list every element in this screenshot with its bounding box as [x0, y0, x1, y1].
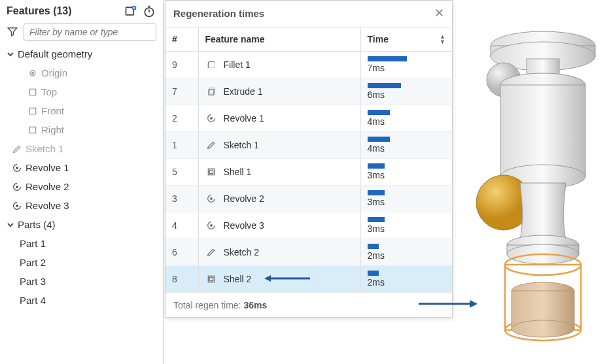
svg-rect-6: [29, 108, 35, 114]
regen-row[interactable]: 3 Revolve 2 3ms: [165, 186, 452, 212]
feature-item[interactable]: Revolve 1: [4, 158, 162, 177]
col-header-time[interactable]: Time ▲▼: [360, 27, 452, 52]
regen-row-time: 3ms: [360, 186, 452, 212]
svg-point-39: [512, 320, 574, 337]
svg-point-2: [145, 8, 153, 16]
part-item-label: Part 2: [20, 257, 46, 268]
svg-marker-41: [470, 300, 478, 308]
part-item[interactable]: Part 2: [4, 253, 162, 272]
time-bar: [368, 110, 390, 115]
time-label: 7ms: [368, 63, 385, 73]
add-feature-icon[interactable]: [124, 4, 138, 18]
feature-tree[interactable]: Default geometry OriginTopFrontRight Ske…: [0, 44, 163, 364]
geometry-child-label: Right: [41, 124, 64, 135]
part-item-label: Part 3: [20, 276, 46, 287]
caret-down-icon: [7, 50, 14, 58]
feature-item[interactable]: Revolve 3: [4, 196, 162, 215]
regen-row-time: 4ms: [360, 132, 452, 159]
regen-row-number: 2: [165, 105, 198, 132]
filter-icon[interactable]: [7, 25, 20, 39]
close-icon[interactable]: ✕: [434, 6, 444, 20]
tree-group-parts[interactable]: Parts (4): [4, 215, 162, 234]
feature-item[interactable]: Revolve 2: [4, 177, 162, 196]
filter-input[interactable]: [24, 24, 156, 41]
regen-row-name: Sketch 2: [224, 247, 259, 257]
time-label: 3ms: [368, 170, 385, 180]
regen-row[interactable]: 7 Extrude 1 6ms: [165, 78, 452, 105]
time-bar: [368, 137, 390, 142]
part-item[interactable]: Part 1: [4, 234, 162, 253]
geometry-child[interactable]: Front: [4, 101, 162, 120]
regen-row[interactable]: 9 Fillet 1 7ms: [165, 52, 452, 78]
regen-row-name: Shell 1: [224, 167, 252, 177]
time-bar: [368, 244, 379, 249]
stopwatch-icon[interactable]: [142, 4, 156, 18]
dialog-footer: Total regen time: 36ms: [165, 293, 452, 317]
regen-row-number: 5: [165, 159, 198, 186]
time-bar: [368, 217, 385, 222]
regen-row[interactable]: 6 Sketch 2 2ms: [165, 239, 452, 266]
regen-row-number: 1: [165, 132, 198, 159]
regen-row-name: Sketch 1: [224, 140, 259, 150]
regen-row-number: 3: [165, 186, 198, 212]
svg-point-13: [210, 118, 212, 120]
svg-point-16: [210, 198, 212, 200]
geometry-child[interactable]: Origin: [4, 63, 162, 82]
col-header-time-label: Time: [368, 34, 389, 44]
feature-item-label: Revolve 3: [26, 200, 69, 211]
dialog-title: Regeneration times: [173, 8, 434, 19]
geometry-child[interactable]: Top: [4, 82, 162, 101]
tree-group-default-geometry[interactable]: Default geometry: [4, 44, 162, 63]
pencil-icon: [205, 246, 217, 258]
regen-row-name: Fillet 1: [224, 59, 251, 70]
geometry-child-label: Origin: [41, 67, 67, 78]
part-item[interactable]: Part 4: [4, 291, 162, 310]
time-bar: [368, 163, 385, 169]
caret-down-icon: [7, 221, 14, 229]
plane-icon: [27, 87, 38, 97]
pencil-icon: [12, 144, 22, 154]
time-label: 6ms: [368, 90, 385, 100]
annotation-arrow-row: [264, 274, 310, 284]
regen-row-feature: Revolve 3: [198, 212, 360, 239]
dialog-header: Regeneration times ✕: [165, 1, 452, 27]
col-header-feature-name[interactable]: Feature name: [198, 27, 360, 52]
regen-row[interactable]: 4 Revolve 3 3ms: [165, 212, 452, 239]
regen-row-feature: Shell 2: [198, 266, 360, 293]
feature-item-label: Sketch 1: [26, 143, 63, 154]
sidebar-title: Features (13): [7, 5, 120, 17]
regeneration-times-dialog: Regeneration times ✕ # Feature name Time…: [165, 0, 453, 318]
geometry-child[interactable]: Right: [4, 120, 162, 139]
3d-viewport[interactable]: [458, 20, 602, 353]
svg-rect-19: [209, 277, 213, 280]
footer-total: 36ms: [243, 300, 267, 310]
revolve-icon: [205, 220, 217, 231]
regen-row-feature: Sketch 1: [198, 132, 360, 159]
revolve-icon: [12, 182, 22, 192]
regen-row-name: Shell 2: [224, 274, 252, 284]
part-item[interactable]: Part 3: [4, 272, 162, 291]
regen-row[interactable]: 2 Revolve 1 4ms: [165, 105, 452, 132]
svg-marker-21: [264, 275, 271, 282]
regen-row-feature: Extrude 1: [198, 78, 360, 105]
time-label: 4ms: [368, 143, 385, 154]
shell-icon: [205, 166, 217, 178]
regen-row-name: Extrude 1: [224, 86, 263, 97]
feature-item-label: Revolve 1: [26, 162, 69, 173]
regen-row-name: Revolve 3: [224, 220, 264, 231]
regen-row-feature: Revolve 2: [198, 186, 360, 212]
regen-row-feature: Revolve 1: [198, 105, 360, 132]
regen-row-number: 7: [165, 78, 198, 105]
time-bar: [368, 56, 407, 61]
sort-icon[interactable]: ▲▼: [440, 35, 445, 44]
part-item-label: Part 1: [20, 238, 46, 249]
regen-row[interactable]: 1 Sketch 1 4ms: [165, 132, 452, 159]
plane-icon: [27, 125, 38, 135]
regen-row-name: Revolve 1: [224, 113, 264, 124]
regen-row[interactable]: 8 Shell 2 2ms: [165, 266, 452, 293]
feature-item[interactable]: Sketch 1: [4, 139, 162, 158]
regen-row-time: 2ms: [360, 266, 452, 293]
col-header-number[interactable]: #: [165, 27, 198, 52]
regen-row-feature: Sketch 2: [198, 239, 360, 266]
regen-row[interactable]: 5 Shell 1 3ms: [165, 159, 452, 186]
